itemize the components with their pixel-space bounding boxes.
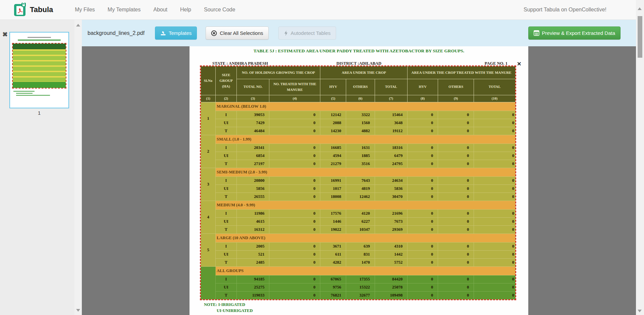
autodetect-tables-button[interactable]: Autodetect Tables	[278, 27, 336, 40]
table-row: I11986017576412021696000	[201, 210, 516, 218]
table-row: I941850670651735584420000	[201, 275, 516, 283]
sidebar-scroll-up-icon[interactable]	[76, 24, 80, 27]
table-slno-cell: 2	[201, 135, 216, 168]
support-link[interactable]: Support Tabula on OpenCollective!	[524, 7, 606, 13]
table-rowtype-cell: I	[216, 111, 237, 119]
nav-link-my-templates[interactable]: My Templates	[101, 7, 147, 13]
table-column-number: (6)	[346, 95, 375, 102]
table-value-cell: 0	[438, 275, 474, 283]
table-value-cell: 0	[269, 185, 320, 193]
table-value-cell: 0	[408, 111, 438, 119]
thumbnail-note-line	[16, 93, 33, 94]
table-value-cell: 0	[269, 160, 320, 168]
preview-export-button[interactable]: Preview & Export Extracted Data	[528, 27, 621, 40]
table-rowtype-cell: UI	[216, 152, 237, 160]
nav-link-about[interactable]: About	[147, 7, 174, 13]
table-value-cell: 25275	[236, 283, 269, 292]
table-rowtype-cell: I	[216, 243, 237, 251]
table-value-cell: 0	[438, 218, 474, 226]
table-column-number: (8)	[408, 95, 438, 102]
table-value-cell: 32677	[346, 292, 375, 300]
table-value-cell: 0	[269, 193, 320, 201]
table-value-cell: 0	[408, 177, 438, 185]
table-value-cell: 25078	[375, 283, 408, 292]
table-slno-cell: 4	[201, 201, 216, 234]
table-value-cell: 16312	[236, 226, 269, 234]
table-value-cell: 17576	[320, 210, 346, 218]
table-value-cell: 0	[474, 210, 516, 218]
brand-link[interactable]: Tabula	[14, 3, 53, 17]
remove-page-icon[interactable]: ✖	[2, 31, 8, 38]
sidebar-scroll-down-icon[interactable]	[76, 309, 80, 312]
pdf-page[interactable]: TABLE 5J : ESTIMATED AREA UNDER PADDY TR…	[190, 46, 528, 315]
table-column-number: (7)	[375, 95, 408, 102]
clear-all-selections-button[interactable]: Clear All Selections	[206, 27, 268, 40]
page-thumbnail[interactable]	[9, 32, 69, 108]
table-value-cell: 521	[236, 251, 269, 259]
table-value-cell: 67065	[320, 275, 346, 283]
table-value-cell: 1885	[346, 152, 375, 160]
table-value-cell: 0	[408, 185, 438, 193]
sidebar-scrollbar[interactable]	[74, 20, 82, 315]
thumbnail-note-line	[16, 95, 50, 96]
table-value-cell: 1470	[346, 259, 375, 267]
table-value-cell: 24634	[375, 177, 408, 185]
pdf-data-table: Sl.NoSIZE GROUP (HA)NO. OF HOLDINGS GROW…	[201, 66, 516, 300]
table-value-cell: 0	[408, 160, 438, 168]
table-value-cell: 0	[438, 259, 474, 267]
table-sub-header: HYV	[408, 79, 438, 95]
table-row: UI58560101748195836000	[201, 185, 516, 193]
scroll-up-icon[interactable]	[638, 7, 642, 10]
table-value-cell: 0	[474, 111, 516, 119]
scrollbar-thumb[interactable]	[638, 16, 642, 58]
table-column-number: (9)	[438, 95, 474, 102]
table-value-cell: 0	[474, 251, 516, 259]
nav-link-help[interactable]: Help	[174, 7, 198, 13]
table-value-cell: 5836	[375, 185, 408, 193]
table-value-cell: 24795	[375, 160, 408, 168]
table-value-cell: 1446	[320, 218, 346, 226]
table-value-cell: 6479	[375, 152, 408, 160]
table-value-cell: 7673	[375, 218, 408, 226]
table-value-cell: 0	[438, 111, 474, 119]
table-value-cell: 1017	[320, 185, 346, 193]
table-value-cell: 0	[408, 251, 438, 259]
templates-button[interactable]: Templates	[155, 27, 197, 40]
table-slno-cell: 5	[201, 234, 216, 267]
table-value-cell: 84420	[375, 275, 408, 283]
table-value-cell: 0	[408, 243, 438, 251]
table-value-cell: 0	[269, 210, 320, 218]
table-rowtype-cell: T	[216, 226, 237, 234]
table-rowtype-cell: UI	[216, 218, 237, 226]
table-value-cell: 0	[269, 127, 320, 135]
table-value-cell: 0	[438, 160, 474, 168]
scroll-down-icon[interactable]	[638, 310, 642, 312]
selection-close-icon[interactable]: ✕	[517, 61, 521, 67]
table-value-cell: 0	[408, 218, 438, 226]
table-slno-cell: 1	[201, 102, 216, 135]
table-row: I39053012142332215464000	[201, 111, 516, 119]
window-scrollbar[interactable]	[636, 0, 644, 315]
table-row: UI46150144662277673000	[201, 218, 516, 226]
table-value-cell: 76821	[320, 292, 346, 300]
nav-link-my-files[interactable]: My Files	[68, 7, 101, 13]
table-value-cell: 15322	[346, 283, 375, 292]
table-section-header: SMALL (1.0 - 1.99)	[216, 135, 516, 144]
thumbnail-note-line	[13, 91, 35, 92]
table-value-cell: 0	[269, 226, 320, 234]
table-sub-header: HYV	[320, 79, 346, 95]
table-value-cell: 11986	[236, 210, 269, 218]
table-column-number: (4)	[269, 95, 320, 102]
table-column-number: (10)	[474, 95, 516, 102]
nav-link-source-code[interactable]: Source Code	[198, 7, 241, 13]
pdf-note-line-1: NOTE: I-IRRIGATED	[204, 302, 245, 307]
pdf-table-title: TABLE 5J : ESTIMATED AREA UNDER PADDY TR…	[190, 48, 528, 54]
table-row: T24850428214705752000	[201, 259, 516, 267]
table-row: T27197021279351624795000	[201, 160, 516, 168]
table-column-number: (3)	[236, 95, 269, 102]
table-value-cell: 12462	[346, 193, 375, 201]
table-value-cell: 16685	[320, 144, 346, 152]
table-value-cell: 0	[269, 177, 320, 185]
thumbnail-selection-overlay	[12, 43, 66, 89]
table-value-cell: 27197	[236, 160, 269, 168]
